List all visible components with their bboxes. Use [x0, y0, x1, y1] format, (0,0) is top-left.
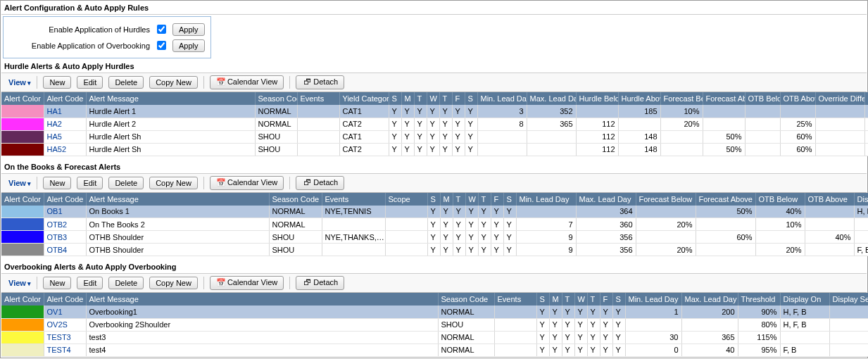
col-min-lead[interactable]: Min. Lead Day: [516, 193, 576, 206]
col-m[interactable]: M: [549, 293, 562, 306]
alert-code[interactable]: OV2S: [44, 318, 86, 331]
col-fc-above[interactable]: Forecast Above: [703, 92, 745, 105]
delete-button[interactable]: Delete: [108, 177, 144, 189]
detach-button[interactable]: 🗗Detach: [296, 276, 344, 290]
new-button[interactable]: New: [43, 177, 71, 189]
col-t2[interactable]: T: [587, 293, 600, 306]
col-f[interactable]: F: [600, 293, 612, 306]
alert-code[interactable]: OB1: [44, 206, 86, 218]
col-min-lead[interactable]: Min. Lead Day: [477, 92, 527, 105]
col-hurdle-below[interactable]: Hurdle Below: [576, 92, 618, 105]
col-display-on[interactable]: Display On: [864, 92, 868, 105]
edit-button[interactable]: Edit: [77, 76, 103, 89]
calendar-view-button[interactable]: 📅Calendar View: [210, 176, 284, 190]
table-row[interactable]: OTB3 OTHB Shoulder SHOU NYE,THANKS,… YYY…: [1, 231, 868, 244]
col-scope[interactable]: Scope: [385, 193, 427, 206]
col-w[interactable]: W: [427, 92, 439, 105]
col-yield[interactable]: Yield Category: [339, 92, 389, 105]
col-s[interactable]: S: [536, 293, 549, 306]
col-w[interactable]: W: [465, 193, 478, 206]
col-events[interactable]: Events: [297, 92, 339, 105]
col-t2[interactable]: T: [439, 92, 452, 105]
col-otb-above[interactable]: OTB Above: [805, 193, 854, 206]
table-row[interactable]: HA2 Hurdle Alert 2 NORMAL CAT2 YYYYYYY 8…: [1, 118, 868, 130]
col-t2[interactable]: T: [478, 193, 491, 206]
col-f[interactable]: F: [491, 193, 503, 206]
col-m[interactable]: M: [440, 193, 453, 206]
table-row[interactable]: HA1 Hurdle Alert 1 NORMAL CAT1 YYYYYYY 3…: [1, 105, 868, 118]
col-t[interactable]: T: [562, 293, 574, 306]
copy-new-button[interactable]: Copy New: [149, 177, 198, 189]
enable-overbooking-checkbox[interactable]: [157, 41, 166, 50]
apply-overbooking-button[interactable]: Apply: [172, 39, 205, 52]
col-s[interactable]: S: [389, 92, 401, 105]
col-otb-above[interactable]: OTB Above: [780, 92, 815, 105]
alert-code[interactable]: HA52: [44, 143, 86, 156]
col-otb-below[interactable]: OTB Below: [755, 193, 805, 206]
col-events[interactable]: Events: [322, 193, 385, 206]
alert-code[interactable]: OTB4: [44, 244, 86, 256]
col-fc-above[interactable]: Forecast Above: [696, 193, 755, 206]
col-threshold[interactable]: Threshold: [738, 293, 780, 306]
col-display-seq[interactable]: Display Seq.: [829, 293, 868, 306]
col-s2[interactable]: S: [465, 92, 477, 105]
col-alert-code[interactable]: Alert Code: [44, 193, 86, 206]
enable-hurdles-checkbox[interactable]: [157, 25, 166, 34]
detach-button[interactable]: 🗗Detach: [296, 75, 344, 89]
col-alert-message[interactable]: Alert Message: [86, 193, 269, 206]
apply-hurdles-button[interactable]: Apply: [172, 23, 205, 36]
alert-code[interactable]: HA5: [44, 130, 86, 143]
alert-code[interactable]: OTB3: [44, 231, 86, 244]
table-row[interactable]: HA5 Hurdle Alert Sh SHOU CAT1 YYYYYYY 11…: [1, 130, 868, 143]
alert-code[interactable]: HA1: [44, 105, 86, 118]
col-alert-message[interactable]: Alert Message: [86, 92, 255, 105]
col-s[interactable]: S: [427, 193, 440, 206]
copy-new-button[interactable]: Copy New: [149, 277, 198, 289]
col-alert-color[interactable]: Alert Color: [1, 92, 44, 105]
col-season[interactable]: Season Code: [438, 293, 494, 306]
col-alert-color[interactable]: Alert Color: [1, 293, 44, 306]
col-display-on[interactable]: Display On: [854, 193, 868, 206]
edit-button[interactable]: Edit: [77, 277, 103, 289]
col-alert-code[interactable]: Alert Code: [44, 293, 86, 306]
calendar-view-button[interactable]: 📅Calendar View: [210, 276, 284, 290]
col-fc-below[interactable]: Forecast Below: [660, 92, 703, 105]
table-row[interactable]: TEST4 test4 NORMAL YYYYYYY 0 40 95% F, B…: [1, 344, 868, 356]
col-m[interactable]: M: [401, 92, 414, 105]
col-max-lead[interactable]: Max. Lead Day: [527, 92, 576, 105]
table-row[interactable]: OV1 Overbooking1 NORMAL YYYYYYY 1 200 90…: [1, 306, 868, 318]
new-button[interactable]: New: [43, 277, 71, 289]
table-row[interactable]: TEST3 test3 NORMAL YYYYYYY 30 365 115% 3…: [1, 331, 868, 344]
delete-button[interactable]: Delete: [108, 76, 144, 89]
col-s2[interactable]: S: [503, 193, 516, 206]
col-w[interactable]: W: [574, 293, 587, 306]
table-row[interactable]: OB1 On Books 1 NORMAL NYE,TENNIS YYYYYYY…: [1, 206, 868, 218]
alert-code[interactable]: OV1: [44, 306, 86, 318]
col-max-lead[interactable]: Max. Lead Day: [576, 193, 636, 206]
table-row[interactable]: OTB2 On The Books 2 NORMAL YYYYYYY 7 360…: [1, 218, 868, 231]
alert-code[interactable]: HA2: [44, 118, 86, 130]
table-row[interactable]: OTB4 OTHB Shoulder SHOU YYYYYYY 9 356 20…: [1, 244, 868, 256]
col-alert-message[interactable]: Alert Message: [86, 293, 438, 306]
view-menu[interactable]: View: [4, 78, 31, 87]
col-season[interactable]: Season Code: [255, 92, 297, 105]
alert-code[interactable]: TEST3: [44, 331, 86, 344]
col-s2[interactable]: S: [612, 293, 625, 306]
delete-button[interactable]: Delete: [108, 277, 144, 289]
new-button[interactable]: New: [43, 76, 71, 89]
col-season[interactable]: Season Code: [269, 193, 322, 206]
alert-code[interactable]: OTB2: [44, 218, 86, 231]
col-otb-below[interactable]: OTB Below: [745, 92, 780, 105]
view-menu[interactable]: View: [4, 179, 31, 187]
col-alert-code[interactable]: Alert Code: [44, 92, 86, 105]
calendar-view-button[interactable]: 📅Calendar View: [210, 75, 284, 89]
copy-new-button[interactable]: Copy New: [149, 76, 198, 89]
table-row[interactable]: OV2S Overbooking 2Shoulder SHOU YYYYYYY …: [1, 318, 868, 331]
detach-button[interactable]: 🗗Detach: [296, 176, 344, 190]
col-display-on[interactable]: Display On: [780, 293, 829, 306]
col-hurdle-above[interactable]: Hurdle Above: [618, 92, 660, 105]
alert-code[interactable]: TEST4: [44, 344, 86, 356]
col-t[interactable]: T: [414, 92, 427, 105]
col-alert-color[interactable]: Alert Color: [1, 193, 44, 206]
col-t[interactable]: T: [453, 193, 465, 206]
